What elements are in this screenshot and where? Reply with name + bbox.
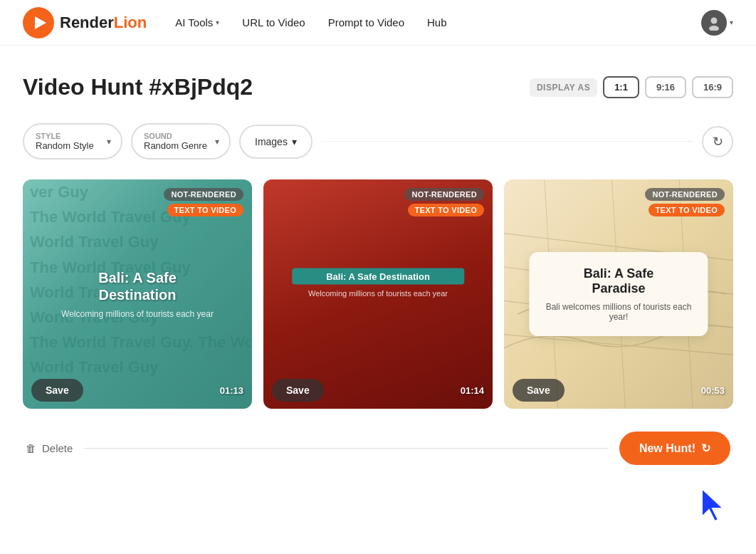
card-1-tags: NOT-RENDERED TEXT TO VIDEO bbox=[164, 188, 243, 216]
style-dropdown[interactable]: Style Random Style ▾ bbox=[23, 123, 122, 160]
images-dropdown[interactable]: Images ▾ bbox=[239, 125, 313, 159]
card-3-title: Bali: A SafeParadise bbox=[542, 266, 695, 296]
delete-label: Delete bbox=[42, 442, 73, 454]
new-hunt-refresh-icon: ↻ bbox=[701, 441, 710, 455]
images-dropdown-arrow: ▾ bbox=[292, 136, 297, 147]
card-1-title: Bali: A SafeDestination bbox=[46, 269, 229, 303]
user-dropdown-arrow[interactable]: ▾ bbox=[730, 19, 733, 26]
images-label: Images bbox=[255, 136, 288, 147]
card-2-title: Bali: A Safe Destination bbox=[292, 268, 464, 284]
card-3-type-tag: TEXT TO VIDEO bbox=[649, 204, 725, 216]
card-3-subtitle: Bali welcomes millions of tourists each … bbox=[542, 302, 695, 322]
svg-line-7 bbox=[504, 335, 733, 355]
nav-url-to-video[interactable]: URL to Video bbox=[242, 16, 305, 28]
sound-value: Random Genre bbox=[144, 140, 207, 151]
video-card-1[interactable]: ver Guy The World Travel Guy World Trave… bbox=[23, 179, 252, 409]
card-2-bottom: Save 01:14 bbox=[263, 372, 493, 409]
card-3-tags: NOT-RENDERED TEXT TO VIDEO bbox=[645, 188, 725, 216]
delete-button[interactable]: 🗑 Delete bbox=[26, 442, 73, 454]
trash-icon: 🗑 bbox=[26, 442, 36, 454]
ai-tools-dropdown-arrow: ▾ bbox=[216, 19, 219, 26]
ratio-9-16-button[interactable]: 9:16 bbox=[645, 76, 686, 98]
logo-icon bbox=[23, 7, 54, 38]
page-title: Video Hunt #xBjPdq2 bbox=[23, 74, 253, 100]
svg-point-3 bbox=[709, 26, 719, 31]
new-hunt-button[interactable]: New Hunt! ↻ bbox=[619, 432, 730, 465]
card-3-status-tag: NOT-RENDERED bbox=[645, 188, 725, 201]
card-3-save-button[interactable]: Save bbox=[513, 379, 565, 402]
footer-divider bbox=[84, 448, 608, 449]
video-card-3[interactable]: Bali: A SafeParadise Bali welcomes milli… bbox=[504, 179, 733, 409]
card-1-save-button[interactable]: Save bbox=[31, 379, 83, 402]
card-1-bottom: Save 01:13 bbox=[23, 372, 252, 409]
card-2-status-tag: NOT-RENDERED bbox=[404, 188, 484, 201]
style-dropdown-arrow: ▾ bbox=[107, 137, 111, 147]
card-2-content: Bali: A Safe Destination Welcoming milli… bbox=[292, 268, 464, 297]
card-1-timestamp: 01:13 bbox=[220, 385, 243, 396]
card-1-status-tag: NOT-RENDERED bbox=[164, 188, 243, 201]
logo[interactable]: RenderLion bbox=[23, 7, 147, 38]
card-2-timestamp: 01:14 bbox=[461, 385, 484, 396]
display-as-label: DISPLAY AS bbox=[530, 78, 597, 97]
refresh-button[interactable]: ↻ bbox=[702, 126, 733, 157]
display-as-group: DISPLAY AS 1:1 9:16 16:9 bbox=[530, 76, 733, 98]
card-2-save-button[interactable]: Save bbox=[272, 379, 324, 402]
sound-dropdown-arrow: ▾ bbox=[215, 137, 219, 147]
card-2-type-tag: TEXT TO VIDEO bbox=[408, 204, 484, 216]
card-2-tags: NOT-RENDERED TEXT TO VIDEO bbox=[404, 188, 484, 216]
new-hunt-label: New Hunt! bbox=[639, 442, 695, 455]
card-3-content: Bali: A SafeParadise Bali welcomes milli… bbox=[529, 252, 708, 336]
ratio-1-1-button[interactable]: 1:1 bbox=[603, 76, 639, 98]
footer-row: 🗑 Delete New Hunt! ↻ bbox=[23, 432, 733, 465]
card-3-timestamp: 00:53 bbox=[701, 385, 725, 396]
style-value: Random Style bbox=[36, 140, 94, 151]
card-1-type-tag: TEXT TO VIDEO bbox=[167, 204, 243, 216]
nav-hub[interactable]: Hub bbox=[427, 16, 447, 28]
refresh-icon: ↻ bbox=[713, 134, 723, 150]
card-1-content: Bali: A SafeDestination Welcoming millio… bbox=[46, 269, 229, 319]
controls-divider bbox=[321, 141, 693, 142]
logo-text: RenderLion bbox=[60, 14, 147, 32]
card-1-subtitle: Welcoming millions of tourists each year bbox=[46, 309, 229, 319]
video-card-2[interactable]: Bali: A Safe Destination Welcoming milli… bbox=[263, 179, 493, 409]
video-grid: ver Guy The World Travel Guy World Trave… bbox=[23, 179, 733, 409]
nav-ai-tools[interactable]: AI Tools ▾ bbox=[175, 16, 219, 28]
card-3-bottom: Save 00:53 bbox=[504, 372, 733, 409]
svg-point-2 bbox=[711, 17, 718, 23]
sound-label: Sound bbox=[144, 132, 172, 140]
ratio-16-9-button[interactable]: 16:9 bbox=[692, 76, 733, 98]
avatar[interactable] bbox=[701, 10, 727, 36]
card-2-subtitle: Welcoming millions of tourists each year bbox=[292, 288, 464, 297]
nav-prompt-to-video[interactable]: Prompt to Video bbox=[328, 16, 404, 28]
style-label: Style bbox=[36, 132, 61, 140]
user-menu[interactable]: ▾ bbox=[701, 10, 733, 36]
sound-dropdown[interactable]: Sound Random Genre ▾ bbox=[131, 123, 231, 160]
